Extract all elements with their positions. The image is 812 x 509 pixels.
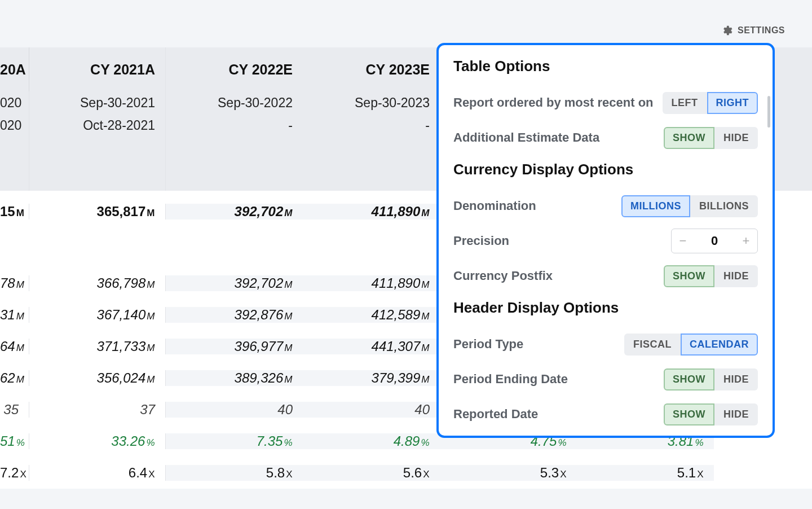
period-fiscal-button[interactable]: FISCAL [624, 334, 681, 356]
toggle-period-type: FISCAL CALENDAR [624, 334, 758, 356]
settings-panel: Table Options Report ordered by most rec… [436, 43, 775, 438]
gear-icon [721, 24, 733, 37]
toggle-postfix: SHOW HIDE [664, 265, 758, 287]
col-header-date: 020 [0, 91, 29, 114]
col-header-reported: - [303, 114, 440, 139]
option-label: Currency Postfix [453, 269, 553, 283]
col-header-year: CY 2023E [303, 47, 440, 91]
option-label: Precision [453, 234, 509, 248]
option-label: Period Ending Date [453, 372, 568, 387]
option-label: Reported Date [453, 407, 538, 422]
toggle-estimate-data: SHOW HIDE [664, 127, 758, 149]
col-header-reported: - [166, 114, 303, 139]
reported-hide-button[interactable]: HIDE [714, 403, 758, 425]
denom-billions-button[interactable]: BILLIONS [690, 195, 758, 217]
option-label: Report ordered by most recent on [453, 95, 654, 110]
toggle-reported-date: SHOW HIDE [664, 403, 758, 425]
reported-show-button[interactable]: SHOW [664, 403, 714, 425]
period-end-hide-button[interactable]: HIDE [714, 368, 758, 390]
precision-value: 0 [694, 234, 735, 248]
toggle-period-ending: SHOW HIDE [664, 368, 758, 390]
option-label: Additional Estimate Data [453, 130, 599, 145]
denom-millions-button[interactable]: MILLIONS [621, 195, 690, 217]
scrollbar[interactable] [767, 96, 770, 128]
col-header-date: Sep-30-2022 [166, 91, 303, 114]
precision-plus-button[interactable]: + [735, 229, 757, 253]
option-label: Denomination [453, 199, 536, 213]
col-header-year: CY 2021A [29, 47, 166, 91]
col-header-date: Sep-30-2023 [303, 91, 440, 114]
estimate-show-button[interactable]: SHOW [664, 127, 714, 149]
col-header-year: CY 2022E [166, 47, 303, 91]
period-end-show-button[interactable]: SHOW [664, 368, 714, 390]
order-right-button[interactable]: RIGHT [707, 92, 758, 114]
settings-label: SETTINGS [738, 25, 785, 36]
col-header-year: 20A [0, 47, 29, 91]
option-label: Period Type [453, 337, 523, 352]
col-header-reported: Oct-28-2021 [29, 114, 166, 139]
postfix-show-button[interactable]: SHOW [664, 265, 714, 287]
precision-stepper: − 0 + [671, 229, 758, 253]
period-calendar-button[interactable]: CALENDAR [681, 334, 758, 356]
postfix-hide-button[interactable]: HIDE [714, 265, 758, 287]
section-header-options: Header Display Options [453, 299, 758, 317]
order-left-button[interactable]: LEFT [663, 92, 707, 114]
section-table-options: Table Options [453, 58, 758, 75]
toggle-denomination: MILLIONS BILLIONS [621, 195, 758, 217]
col-header-date: Sep-30-2021 [29, 91, 166, 114]
settings-button[interactable]: SETTINGS [721, 24, 785, 37]
table-row: 7.2X 6.4X 5.8X 5.6X 5.3X 5.1X [0, 457, 812, 489]
col-header-reported: 020 [0, 114, 29, 139]
section-currency-options: Currency Display Options [453, 161, 758, 178]
precision-minus-button[interactable]: − [672, 229, 694, 253]
toggle-order: LEFT RIGHT [663, 92, 758, 114]
estimate-hide-button[interactable]: HIDE [714, 127, 758, 149]
